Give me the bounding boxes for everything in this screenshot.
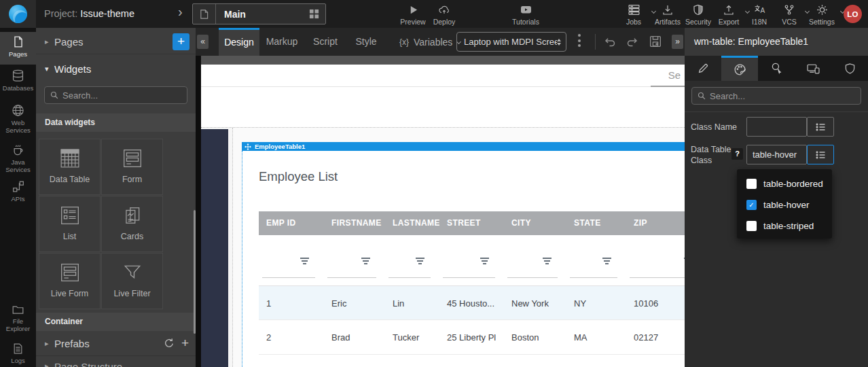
filter-cell[interactable] xyxy=(626,235,685,285)
save-icon[interactable] xyxy=(649,35,662,48)
tab-security[interactable] xyxy=(831,56,868,81)
page-header-area[interactable]: Se xyxy=(201,65,685,87)
page-structure-section-header[interactable]: ▸ Page Structure xyxy=(36,361,196,367)
jobs-button[interactable]: Jobs xyxy=(617,3,650,27)
filter-input[interactable] xyxy=(570,277,617,278)
designed-page[interactable]: Se EmployeeTable1 Employee List xyxy=(201,65,685,367)
widget-tile-live-form[interactable]: Live Form xyxy=(39,253,101,309)
table-cell[interactable]: 25 Liberty Pl xyxy=(439,320,504,354)
vcs-button[interactable]: VCS xyxy=(775,3,803,27)
filter-icon[interactable] xyxy=(602,258,611,266)
redo-icon[interactable] xyxy=(626,36,639,48)
tab-devices[interactable] xyxy=(795,56,831,81)
table-cell[interactable]: Lin xyxy=(385,286,439,319)
table-cell[interactable]: 10106 xyxy=(626,286,685,319)
column-header[interactable]: CITY xyxy=(504,211,566,235)
data-table-widget[interactable]: Employee List EMP ID FIRSTNAME LASTNAME … xyxy=(242,151,685,367)
add-page-button[interactable]: + xyxy=(173,33,189,50)
move-icon[interactable] xyxy=(245,143,251,150)
filter-input[interactable] xyxy=(507,277,558,278)
filter-cell[interactable] xyxy=(324,235,385,285)
tab-properties[interactable] xyxy=(685,56,721,81)
data-table-class-input[interactable] xyxy=(746,145,807,164)
page-tab-main[interactable]: Main xyxy=(192,3,326,24)
filter-input[interactable] xyxy=(262,277,315,278)
tutorials-button[interactable]: Tutorials xyxy=(509,3,543,27)
column-header[interactable]: FIRSTNAME xyxy=(324,211,385,235)
table-row[interactable]: 2 Brad Tucker 25 Liberty Pl Boston MA 02… xyxy=(259,320,685,355)
sidebar-item-apis[interactable]: APIs xyxy=(0,180,36,211)
checkbox-unchecked[interactable] xyxy=(746,179,757,189)
widget-tile-data-table[interactable]: Data Table xyxy=(39,139,101,195)
security-button[interactable]: Security xyxy=(683,3,714,27)
table-cell[interactable]: Brad xyxy=(324,320,385,354)
tab-style[interactable] xyxy=(721,56,758,81)
tab-markup[interactable]: Markup xyxy=(259,28,304,56)
selected-widget-badge[interactable]: EmployeeTable1 xyxy=(242,142,685,151)
undo-icon[interactable] xyxy=(603,36,616,48)
tab-events[interactable] xyxy=(758,56,795,81)
table-cell[interactable]: MA xyxy=(566,320,626,354)
deploy-button[interactable]: Deploy xyxy=(429,3,460,27)
checkbox-unchecked[interactable] xyxy=(746,221,757,231)
column-header[interactable]: LASTNAME xyxy=(385,211,439,235)
device-select[interactable]: Laptop with MDPI Screen xyxy=(456,32,566,52)
filter-input[interactable] xyxy=(630,277,685,278)
widget-search-input[interactable] xyxy=(62,90,182,101)
table-cell[interactable]: NY xyxy=(566,286,626,319)
column-header[interactable]: EMP ID xyxy=(259,211,324,235)
style-search[interactable] xyxy=(691,87,861,105)
table-cell[interactable]: Boston xyxy=(504,320,566,354)
widgets-section-header[interactable]: ▾ Widgets xyxy=(36,55,196,82)
table-cell[interactable]: 02127 xyxy=(626,320,685,354)
table-cell[interactable]: Tucker xyxy=(385,320,439,354)
add-prefab-icon[interactable]: + xyxy=(181,336,189,351)
collapse-left-panel-icon[interactable]: « xyxy=(197,35,209,49)
page-left-nav-block[interactable] xyxy=(201,129,228,367)
export-button[interactable]: Export xyxy=(714,3,744,27)
column-header[interactable]: STREET xyxy=(439,211,504,235)
more-options-icon[interactable] xyxy=(578,34,581,47)
class-name-input[interactable] xyxy=(746,117,807,137)
sidebar-item-file-explorer[interactable]: File Explorer xyxy=(0,303,36,341)
column-header[interactable]: ZIP xyxy=(626,211,685,235)
settings-button[interactable]: Settings xyxy=(805,3,839,27)
tab-script[interactable]: Script xyxy=(304,28,346,56)
table-cell[interactable]: 2 xyxy=(259,320,324,354)
widget-search[interactable] xyxy=(44,86,187,104)
i18n-button[interactable]: A I18N xyxy=(745,3,774,27)
prefabs-section-header[interactable]: ▸ Prefabs + xyxy=(36,331,196,356)
filter-cell[interactable] xyxy=(385,235,439,285)
sidebar-item-web-services[interactable]: Web Services xyxy=(0,104,36,142)
table-cell[interactable]: Eric xyxy=(324,286,385,319)
grid-icon[interactable] xyxy=(309,9,319,19)
help-icon[interactable]: ? xyxy=(731,148,743,160)
filter-icon[interactable] xyxy=(480,258,489,266)
expand-right-panel-icon[interactable]: » xyxy=(672,35,683,49)
sidebar-item-databases[interactable]: Databases xyxy=(0,69,36,101)
table-cell[interactable]: 45 Housto... xyxy=(439,286,504,319)
filter-cell[interactable] xyxy=(504,235,566,285)
filter-icon[interactable] xyxy=(361,258,370,266)
refresh-icon[interactable] xyxy=(164,338,175,349)
filter-cell[interactable] xyxy=(439,235,504,285)
filter-icon[interactable] xyxy=(300,258,309,266)
class-name-list-button[interactable] xyxy=(807,117,834,137)
wavemaker-logo[interactable] xyxy=(0,0,36,28)
user-avatar[interactable]: LO xyxy=(844,5,862,23)
table-cell[interactable]: 1 xyxy=(259,286,324,319)
pages-section-header[interactable]: ▸ Pages + xyxy=(36,29,196,54)
style-search-input[interactable] xyxy=(710,91,855,101)
artifacts-button[interactable]: Artifacts xyxy=(650,3,685,27)
variables-button[interactable]: {x} Variables xyxy=(399,28,460,56)
dropdown-option-table-striped[interactable]: table-striped xyxy=(737,215,832,237)
tab-design[interactable]: Design xyxy=(219,28,259,56)
column-header[interactable]: STATE xyxy=(566,211,626,235)
sidebar-item-logs[interactable]: Logs xyxy=(0,343,36,367)
preview-button[interactable]: Preview xyxy=(397,3,429,27)
data-table-class-list-button[interactable] xyxy=(807,145,834,164)
dropdown-option-table-bordered[interactable]: table-bordered xyxy=(737,173,832,194)
filter-icon[interactable] xyxy=(543,258,551,266)
checkbox-checked[interactable]: ✓ xyxy=(746,200,757,210)
widget-tile-list[interactable]: List xyxy=(39,196,101,252)
